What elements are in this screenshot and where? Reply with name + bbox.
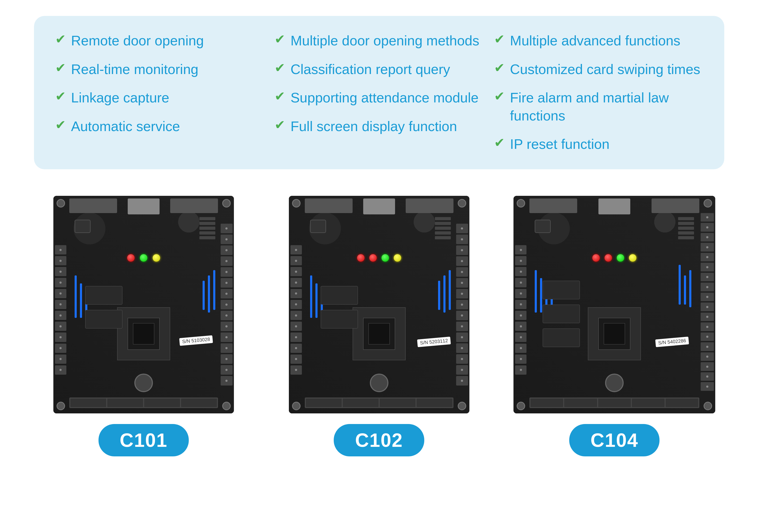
screw-hole — [56, 402, 65, 410]
led-group — [357, 254, 401, 262]
blue-wire — [679, 265, 681, 305]
feature-text: Linkage capture — [71, 89, 169, 107]
ethernet-port — [599, 198, 630, 215]
blue-wire — [535, 270, 537, 313]
blue-wire — [310, 276, 312, 318]
screw-hole — [704, 199, 712, 208]
inductor — [75, 220, 90, 233]
led-red2 — [369, 254, 377, 262]
blue-wire — [75, 276, 77, 318]
blue-wire — [443, 276, 445, 313]
product-label-c101: C101 — [98, 424, 189, 456]
feature-item: ✔ Supporting attendance module — [275, 89, 483, 107]
led-red2 — [604, 254, 612, 262]
blue-wire — [689, 270, 691, 307]
ethernet-port — [363, 198, 395, 215]
serial-sticker: S/N 5203112 — [417, 337, 451, 347]
bottom-connector — [69, 397, 218, 408]
relay-block — [543, 328, 580, 347]
bottom-connector — [305, 397, 454, 408]
terminal-strip-right — [699, 212, 715, 392]
led-yellow — [394, 254, 401, 262]
blue-wire — [449, 270, 451, 310]
small-components — [435, 217, 451, 239]
blue-wire — [203, 281, 205, 310]
main-chip — [117, 307, 170, 360]
led-group — [127, 254, 160, 262]
terminal-strip-left — [513, 244, 528, 376]
feature-text: Supporting attendance module — [291, 89, 478, 107]
feature-column-3: ✔ Multiple advanced functions ✔ Customiz… — [494, 32, 703, 153]
blue-wire — [80, 283, 82, 318]
screw-hole — [292, 402, 300, 410]
feature-text: Remote door opening — [71, 32, 204, 50]
terminal-strip-right — [455, 222, 469, 387]
terminal-connector-top — [69, 198, 117, 213]
blue-wire — [684, 276, 686, 305]
screw-hole — [458, 199, 466, 208]
check-icon: ✔ — [275, 90, 285, 103]
terminal-connector-top2 — [170, 198, 218, 213]
screw-hole — [458, 402, 466, 410]
screw-hole — [704, 402, 712, 410]
screw-hole — [222, 402, 231, 410]
screw-hole — [292, 199, 300, 208]
feature-item: ✔ Multiple advanced functions — [494, 32, 703, 50]
feature-item: ✔ Real-time monitoring — [55, 60, 264, 79]
check-icon: ✔ — [494, 33, 505, 46]
feature-text: Multiple door opening methods — [291, 32, 479, 50]
feature-item: ✔ Fire alarm and martial law functions — [494, 89, 703, 125]
feature-text: Customized card swiping times — [510, 60, 700, 79]
led-green — [140, 254, 147, 262]
check-icon: ✔ — [494, 136, 505, 149]
feature-text: IP reset function — [510, 135, 609, 153]
blue-wire — [315, 283, 318, 318]
feature-item: ✔ Classification report query — [275, 60, 483, 79]
feature-item: ✔ Remote door opening — [55, 32, 264, 50]
led-red — [592, 254, 600, 262]
led-green — [617, 254, 624, 262]
coin-cell-battery — [134, 374, 153, 392]
coin-cell-battery — [605, 374, 624, 392]
relay-block — [85, 286, 122, 305]
led-red — [127, 254, 135, 262]
feature-item: ✔ Automatic service — [55, 117, 264, 136]
feature-column-1: ✔ Remote door opening ✔ Real-time monito… — [55, 32, 264, 153]
feature-item: ✔ IP reset function — [494, 135, 703, 153]
relay-block — [543, 281, 580, 299]
serial-sticker: S/N 5402286 — [655, 337, 689, 347]
check-icon: ✔ — [55, 33, 66, 46]
screw-hole — [222, 199, 231, 208]
blue-wire — [438, 281, 440, 310]
feature-text: Multiple advanced functions — [510, 32, 680, 50]
feature-text: Real-time monitoring — [71, 60, 199, 79]
check-icon: ✔ — [275, 118, 285, 131]
check-icon: ✔ — [55, 90, 66, 103]
bottom-connector — [530, 397, 699, 408]
blue-wire — [208, 276, 210, 313]
led-group — [592, 254, 637, 262]
inductor — [310, 220, 326, 233]
relay-block — [543, 305, 580, 323]
terminal-connector-top — [530, 198, 577, 213]
terminal-connector-top — [305, 198, 353, 213]
feature-text: Full screen display function — [291, 117, 457, 136]
small-components — [678, 217, 694, 239]
terminal-strip-right — [219, 222, 234, 387]
ethernet-port — [128, 198, 159, 215]
led-yellow — [153, 254, 160, 262]
main-chip — [588, 307, 641, 360]
main-chip — [353, 307, 406, 360]
product-label-c102: C102 — [334, 424, 424, 456]
feature-item: ✔ Multiple door opening methods — [275, 32, 483, 50]
screw-hole — [56, 199, 65, 208]
board-c101: S/N 5103028 — [53, 196, 234, 414]
blue-wire — [213, 270, 215, 310]
led-red — [357, 254, 364, 262]
check-icon: ✔ — [55, 118, 66, 131]
feature-text: Classification report query — [291, 60, 450, 79]
terminal-connector-top2 — [406, 198, 454, 213]
board-c104: S/N 5402286 — [513, 196, 715, 414]
check-icon: ✔ — [275, 62, 285, 74]
check-icon: ✔ — [494, 90, 505, 103]
